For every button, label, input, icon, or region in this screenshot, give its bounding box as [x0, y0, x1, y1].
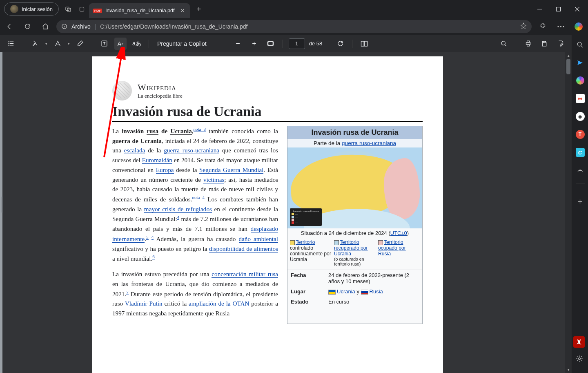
sidebar-copilot-icon[interactable]: [575, 75, 586, 86]
active-tab[interactable]: PDF Invasión_rusa_de_Ucrania.pdf ✕: [89, 3, 190, 18]
translate-label: aあ: [132, 40, 141, 47]
svg-rect-12: [268, 42, 274, 46]
infobox-row-lugar: LugarUcrania y Rusia: [287, 286, 422, 297]
close-window-button[interactable]: [568, 0, 586, 18]
profile-label: Iniciar sesión: [22, 6, 53, 12]
back-button[interactable]: [2, 20, 16, 34]
home-button[interactable]: [38, 20, 52, 34]
save-as-icon[interactable]: [555, 38, 567, 50]
fit-width-icon[interactable]: [265, 38, 277, 50]
sidebar-edge[interactable]: [0, 52, 2, 373]
workspaces-icon[interactable]: [61, 2, 75, 16]
page-view-icon[interactable]: [358, 38, 370, 50]
page-input[interactable]: [289, 38, 305, 49]
find-icon[interactable]: [498, 38, 510, 50]
sidebar-search-icon[interactable]: [575, 39, 586, 50]
erase-icon[interactable]: [74, 38, 86, 50]
rotate-icon[interactable]: [334, 38, 346, 50]
ask-copilot-button[interactable]: Preguntar a Copilot: [155, 40, 209, 47]
translate-icon[interactable]: aあ: [131, 38, 143, 50]
scroll-up-icon[interactable]: ▴: [565, 52, 572, 59]
svg-point-5: [557, 26, 559, 27]
sidebar-app2-icon[interactable]: ☻: [575, 111, 586, 122]
minimize-button[interactable]: [530, 0, 549, 18]
svg-rect-17: [527, 41, 529, 42]
svg-rect-2: [80, 7, 84, 11]
extensions-button[interactable]: [536, 20, 550, 34]
svg-rect-3: [556, 7, 560, 11]
svg-rect-18: [527, 45, 529, 46]
svg-point-15: [501, 41, 505, 45]
map-inset-legend: Invasión rusa a Ucrania — — — —: [290, 208, 322, 226]
svg-point-25: [579, 358, 581, 360]
text-icon[interactable]: [98, 38, 110, 50]
highlight-outline-icon[interactable]: [51, 38, 64, 50]
wikipedia-logo-icon: [112, 81, 132, 101]
article-body: La invasión rusa de Ucrania,nota 3 tambi…: [112, 126, 278, 324]
infobox-title: Invasión rusa de Ucrania: [287, 126, 422, 139]
article-title: Invasión rusa de Ucrania: [112, 104, 423, 122]
profile-button[interactable]: Iniciar sesión: [4, 2, 59, 16]
vertical-scrollbar[interactable]: ▴ ▾: [565, 52, 572, 373]
infobox-subtitle: Parte de la guerra ruso-ucraniana: [287, 139, 422, 147]
settings-more-button[interactable]: [554, 20, 568, 34]
sidebar-app4-icon[interactable]: C: [575, 147, 586, 158]
acrobat-icon[interactable]: [573, 336, 585, 348]
maximize-button[interactable]: [549, 0, 568, 18]
infobox-row-estado: EstadoEn curso: [287, 297, 422, 307]
scroll-thumb[interactable]: [566, 59, 570, 74]
infobox-legend: Territorio controlado continuamente por …: [287, 238, 422, 270]
svg-point-6: [560, 26, 561, 27]
edge-sidebar: ☻ T C: [572, 35, 588, 373]
nav-bar: Archivo | C:/Users/edgar/Downloads/Invas…: [0, 18, 588, 35]
sidebar-send-icon[interactable]: [575, 57, 586, 68]
page-count: de 58: [309, 40, 323, 47]
contents-icon[interactable]: [5, 38, 17, 50]
url-path: C:/Users/edgar/Downloads/Invasión_rusa_d…: [100, 23, 247, 30]
sidebar-app5-icon[interactable]: [575, 165, 586, 176]
svg-rect-14: [365, 41, 368, 46]
chevron-down-icon[interactable]: ▾: [68, 42, 70, 46]
pdf-badge-icon: PDF: [93, 9, 102, 13]
svg-point-24: [577, 42, 581, 46]
pdf-viewport[interactable]: Wikipedia La enciclopedia libre Invasión…: [0, 52, 572, 373]
chevron-down-icon[interactable]: ▾: [45, 42, 47, 46]
infobox-caption: Situación a 24 de diciembre de 2024 (UTC…: [287, 228, 422, 238]
copilot-button[interactable]: [572, 20, 586, 34]
tab-close-icon[interactable]: ✕: [180, 7, 185, 14]
url-scheme: Archivo: [71, 23, 91, 30]
sidebar-settings-icon[interactable]: [574, 353, 585, 364]
zoom-in-icon[interactable]: [248, 38, 261, 50]
favorite-icon[interactable]: [520, 22, 527, 30]
wikipedia-name: Wikipedia: [138, 82, 183, 93]
refresh-button[interactable]: [20, 20, 34, 34]
zoom-out-icon[interactable]: [232, 38, 244, 50]
svg-rect-19: [543, 41, 545, 42]
infobox-map: Invasión rusa a Ucrania — — — —: [287, 147, 422, 228]
svg-point-10: [9, 45, 9, 45]
copilot-icon: [575, 22, 583, 31]
read-aloud-icon[interactable]: A»: [114, 38, 127, 50]
address-bar[interactable]: Archivo | C:/Users/edgar/Downloads/Invas…: [56, 20, 532, 33]
avatar-icon: [10, 5, 18, 13]
title-bar: Iniciar sesión PDF Invasión_rusa_de_Ucra…: [0, 0, 588, 18]
sidebar-app1-icon[interactable]: [575, 93, 586, 104]
scroll-down-icon[interactable]: ▾: [565, 366, 572, 373]
infobox-row-fecha: Fecha24 de febrero de 2022-presente (2 a…: [287, 270, 422, 286]
info-icon: [61, 23, 67, 29]
svg-rect-16: [526, 42, 530, 45]
sidebar-add-icon[interactable]: [575, 196, 586, 207]
new-tab-button[interactable]: [192, 2, 205, 16]
tab-label: Invasión_rusa_de_Ucrania.pdf: [105, 8, 175, 13]
save-icon[interactable]: [538, 38, 550, 50]
highlight-filled-icon[interactable]: [29, 38, 41, 50]
pdf-page: Wikipedia La enciclopedia libre Invasión…: [92, 56, 443, 373]
wikipedia-subtitle: La enciclopedia libre: [138, 93, 183, 99]
svg-point-8: [9, 42, 9, 42]
svg-point-9: [9, 43, 9, 44]
sidebar-app3-icon[interactable]: T: [575, 129, 586, 140]
tab-actions-icon[interactable]: [75, 2, 89, 16]
window-controls: [530, 0, 586, 18]
svg-point-7: [563, 26, 564, 27]
print-icon[interactable]: [522, 38, 534, 50]
